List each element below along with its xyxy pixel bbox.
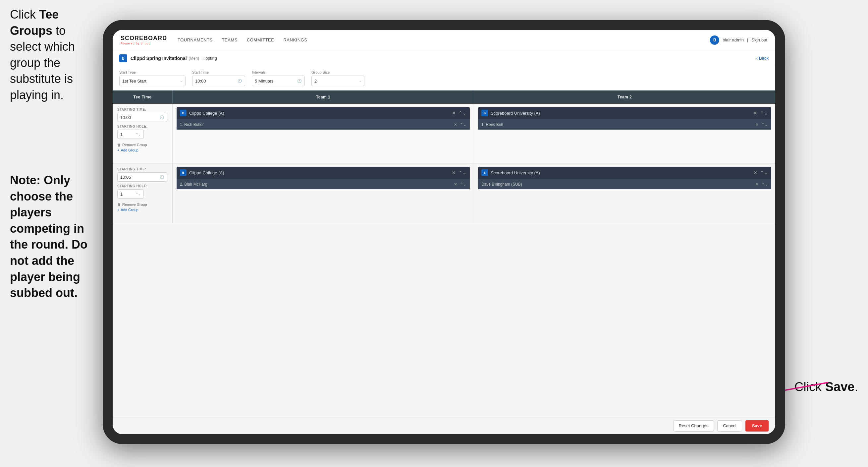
player-actions-1-2-1: ✕ ⌃⌄ bbox=[755, 122, 768, 127]
player-actions-2-1-1: ✕ ⌃⌄ bbox=[454, 182, 466, 186]
team-col-1-1: B Clippd College (A) ✕ ⌃⌄ 1. Rich Bu bbox=[172, 104, 474, 163]
team-card-header-1-1: B Clippd College (A) ✕ ⌃⌄ bbox=[177, 107, 470, 119]
back-button[interactable]: ‹ Back bbox=[756, 56, 769, 61]
start-type-field: Start Type 1st Tee Start ⌄ bbox=[119, 70, 186, 86]
nav-committee[interactable]: COMMITTEE bbox=[247, 36, 274, 44]
starting-time-input-2[interactable]: 10:05 🕙 bbox=[117, 172, 167, 182]
remove-group-btn-1[interactable]: 🗑 Remove Group bbox=[117, 143, 167, 147]
team-card-actions-1-1: ✕ ⌃⌄ bbox=[452, 110, 466, 116]
group-size-select[interactable]: 2 ⌄ bbox=[311, 76, 365, 86]
starting-hole-input-2[interactable]: 1 ⌃⌄ bbox=[117, 189, 144, 199]
nav-items: TOURNAMENTS TEAMS COMMITTEE RANKINGS bbox=[178, 36, 710, 44]
team-card-actions-2-2: ✕ ⌃⌄ bbox=[753, 170, 768, 175]
team-card-2-1: B Clippd College (A) ✕ ⌃⌄ 2. Blair M bbox=[177, 167, 470, 189]
team-expand-btn-1-2[interactable]: ⌃⌄ bbox=[760, 110, 768, 116]
team-badge-1-2: S bbox=[482, 110, 488, 116]
player-actions-2-2-1: ✕ ⌃⌄ bbox=[755, 182, 768, 186]
subheader-badge: B bbox=[119, 54, 127, 62]
team-expand-btn-2-1[interactable]: ⌃⌄ bbox=[459, 170, 466, 175]
col-team1: Team 1 bbox=[172, 90, 474, 104]
save-button[interactable]: Save bbox=[745, 420, 769, 432]
team-badge-2-2: S bbox=[482, 169, 488, 176]
time-icon-2: 🕙 bbox=[160, 175, 164, 179]
player-close-2-2-1[interactable]: ✕ bbox=[755, 182, 759, 186]
note-bold: Only choose the players competing in the… bbox=[10, 173, 88, 300]
start-time-select[interactable]: 10:00 🕙 bbox=[192, 76, 245, 86]
starting-hole-label-2: STARTING HOLE: bbox=[117, 184, 167, 188]
team-card-actions-2-1: ✕ ⌃⌄ bbox=[452, 170, 466, 175]
player-expand-2-1-1[interactable]: ⌃⌄ bbox=[460, 182, 466, 186]
team-close-btn-2-1[interactable]: ✕ bbox=[452, 170, 456, 175]
trash-icon-1: 🗑 bbox=[117, 143, 121, 147]
team-badge-2-1: B bbox=[180, 169, 187, 176]
team-name-2-2: Scoreboard University (A) bbox=[491, 170, 753, 175]
player-name-2-1-1: 2. Blair McHarg bbox=[180, 182, 454, 186]
start-time-label: Start Time bbox=[192, 70, 245, 74]
team-expand-btn-2-2[interactable]: ⌃⌄ bbox=[760, 170, 768, 175]
team-name-1-1: Clippd College (A) bbox=[189, 111, 452, 116]
team-card-header-2-2: S Scoreboard University (A) ✕ ⌃⌄ bbox=[478, 167, 771, 179]
trash-icon-2: 🗑 bbox=[117, 203, 121, 206]
teams-area-1: B Clippd College (A) ✕ ⌃⌄ 1. Rich Bu bbox=[172, 104, 775, 163]
team-close-btn-1-2[interactable]: ✕ bbox=[753, 110, 757, 116]
team-expand-btn-1-1[interactable]: ⌃⌄ bbox=[459, 110, 466, 116]
team-card-header-2-1: B Clippd College (A) ✕ ⌃⌄ bbox=[177, 167, 470, 179]
starting-hole-input-1[interactable]: 1 ⌃⌄ bbox=[117, 129, 144, 139]
start-time-field: Start Time 10:00 🕙 bbox=[192, 70, 245, 86]
remove-group-btn-2[interactable]: 🗑 Remove Group bbox=[117, 203, 167, 206]
player-expand-1-1-1[interactable]: ⌃⌄ bbox=[460, 122, 466, 127]
intervals-clock-icon: 🕙 bbox=[297, 79, 302, 83]
nav-right: B blair admin | Sign out bbox=[710, 35, 767, 45]
content: Start Type 1st Tee Start ⌄ Start Time 10… bbox=[113, 66, 775, 434]
config-row: Start Type 1st Tee Start ⌄ Start Time 10… bbox=[113, 66, 775, 90]
team-card-1-2: S Scoreboard University (A) ✕ ⌃⌄ 1. bbox=[478, 107, 771, 129]
click-save-label: Click Save. bbox=[795, 380, 858, 394]
start-type-label: Start Type bbox=[119, 70, 186, 74]
player-actions-1-1-1: ✕ ⌃⌄ bbox=[454, 122, 466, 127]
add-group-btn-2[interactable]: + Add Group bbox=[117, 208, 167, 212]
tee-groups-table: Tee Time Team 1 Team 2 STARTING TIME: 10… bbox=[113, 90, 775, 417]
team-card-header-1-2: S Scoreboard University (A) ✕ ⌃⌄ bbox=[478, 107, 771, 119]
player-row-1-2-1: 1. Rees Britt ✕ ⌃⌄ bbox=[478, 119, 771, 129]
add-icon-1: + bbox=[117, 148, 119, 152]
team-card-2-2: S Scoreboard University (A) ✕ ⌃⌄ Dav bbox=[478, 167, 771, 189]
start-type-chevron: ⌄ bbox=[180, 79, 183, 83]
player-expand-2-2-1[interactable]: ⌃⌄ bbox=[761, 182, 768, 186]
add-group-btn-1[interactable]: + Add Group bbox=[117, 148, 167, 152]
logo-subtitle: Powered by clippd bbox=[121, 42, 167, 45]
player-expand-1-2-1[interactable]: ⌃⌄ bbox=[761, 122, 768, 127]
table-body: STARTING TIME: 10:00 🕙 STARTING HOLE: 1 … bbox=[113, 104, 775, 417]
tablet: SCOREBOARD Powered by clippd TOURNAMENTS… bbox=[103, 20, 785, 444]
team-col-2-1: B Clippd College (A) ✕ ⌃⌄ 2. Blair M bbox=[172, 164, 474, 223]
player-close-1-1-1[interactable]: ✕ bbox=[454, 122, 457, 127]
note-prefix: Note: bbox=[10, 173, 44, 187]
group-actions-1: 🗑 Remove Group + Add Group bbox=[117, 143, 167, 152]
time-icon-1: 🕙 bbox=[160, 115, 164, 120]
cancel-button[interactable]: Cancel bbox=[717, 420, 742, 432]
starting-time-input-1[interactable]: 10:00 🕙 bbox=[117, 113, 167, 122]
team-name-2-1: Clippd College (A) bbox=[189, 170, 452, 175]
intervals-select[interactable]: 5 Minutes 🕙 bbox=[252, 76, 305, 86]
tablet-screen: SCOREBOARD Powered by clippd TOURNAMENTS… bbox=[113, 30, 775, 434]
group-size-chevron: ⌄ bbox=[359, 79, 362, 83]
start-type-select[interactable]: 1st Tee Start ⌄ bbox=[119, 76, 186, 86]
player-close-1-2-1[interactable]: ✕ bbox=[755, 122, 759, 127]
note-text: Note: Only choose the players competing … bbox=[0, 172, 113, 301]
bottom-bar: Reset Changes Cancel Save bbox=[113, 417, 775, 434]
hole-chevron-2: ⌃⌄ bbox=[135, 192, 141, 196]
nav-tournaments[interactable]: TOURNAMENTS bbox=[178, 36, 213, 44]
reset-changes-button[interactable]: Reset Changes bbox=[673, 420, 714, 432]
nav-rankings[interactable]: RANKINGS bbox=[283, 36, 307, 44]
team-close-btn-1-1[interactable]: ✕ bbox=[452, 110, 456, 116]
nav-teams[interactable]: TEAMS bbox=[222, 36, 238, 44]
player-row-1-1-1: 1. Rich Butler ✕ ⌃⌄ bbox=[177, 119, 470, 129]
subheader: B Clippd Spring Invitational (Men) Hosti… bbox=[113, 50, 775, 66]
group-row-2: STARTING TIME: 10:05 🕙 STARTING HOLE: 1 … bbox=[113, 164, 775, 223]
table-header: Tee Time Team 1 Team 2 bbox=[113, 90, 775, 104]
nav-signout[interactable]: Sign out bbox=[751, 37, 767, 42]
player-close-2-1-1[interactable]: ✕ bbox=[454, 182, 457, 186]
navbar: SCOREBOARD Powered by clippd TOURNAMENTS… bbox=[113, 30, 775, 50]
intervals-field: Intervals 5 Minutes 🕙 bbox=[252, 70, 305, 86]
team-close-btn-2-2[interactable]: ✕ bbox=[753, 170, 757, 175]
logo: SCOREBOARD Powered by clippd bbox=[121, 35, 167, 45]
